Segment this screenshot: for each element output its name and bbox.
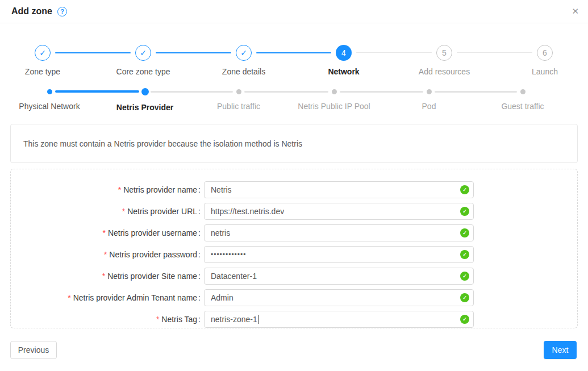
input-value: Netris: [211, 185, 232, 194]
modal-header: Add zone ? ✕: [0, 0, 588, 23]
netris-provider-admin-tenant-name-input[interactable]: Admin ✓: [204, 289, 474, 306]
valid-check-icon: ✓: [460, 207, 469, 216]
form-row: *Netris provider Site name: Datacenter-1…: [11, 268, 577, 285]
substep-label: Public traffic: [190, 102, 287, 111]
previous-button[interactable]: Previous: [10, 341, 57, 359]
substep-netris-provider: Netris Provider: [97, 85, 193, 112]
substep-dot: [141, 88, 149, 95]
netris-provider-username-input[interactable]: netris ✓: [204, 224, 474, 241]
required-mark: *: [102, 272, 105, 281]
field-label: *Netris provider Site name:: [11, 272, 201, 281]
step-connector: [457, 52, 532, 53]
substep-connector: [244, 91, 328, 93]
form-row: *Netris provider URL: https://test.netri…: [11, 203, 577, 220]
substep-connector: [55, 90, 139, 93]
text-cursor: [258, 315, 258, 324]
substep-label: Netris Public IP Pool: [286, 102, 382, 111]
check-circle-icon: ✓: [135, 45, 151, 61]
substep-connector: [340, 91, 423, 93]
form-row: *Netris Tag: netris-zone-1 ✓: [11, 311, 577, 328]
form-row: *Netris provider Admin Tenant name: Admi…: [11, 289, 577, 306]
step-connector: [356, 52, 432, 53]
substep-dot: [427, 89, 432, 94]
step-label: Zone type: [0, 67, 88, 76]
substep-netris-public-ip-pool: Netris Public IP Pool: [286, 85, 382, 111]
substep-dot: [332, 89, 337, 94]
step-label: Launch: [499, 67, 588, 76]
field-label: *Netris provider Admin Tenant name:: [11, 293, 201, 302]
close-icon[interactable]: ✕: [572, 6, 579, 16]
substep-label: Netris Provider: [97, 103, 193, 112]
required-mark: *: [102, 228, 105, 237]
page-title: Add zone: [11, 6, 52, 16]
substep-dot: [520, 89, 526, 94]
substep-guest-traffic: Guest traffic: [474, 85, 571, 111]
netris-provider-site-name-input[interactable]: Datacenter-1 ✓: [204, 268, 474, 285]
step-zone-type: ✓ Zone type: [0, 45, 88, 76]
input-value: Datacenter-1: [211, 272, 257, 281]
substep-label: Physical Network: [1, 102, 98, 111]
netris-provider-form: *Netris provider name: Netris ✓ *Netris …: [10, 169, 578, 328]
valid-check-icon: ✓: [460, 185, 469, 194]
check-circle-icon: ✓: [236, 45, 252, 61]
required-mark: *: [118, 185, 121, 194]
step-connector: [156, 52, 231, 53]
valid-check-icon: ✓: [460, 315, 469, 324]
next-button[interactable]: Next: [544, 341, 577, 359]
substep-connector: [151, 91, 233, 93]
step-add-resources: 5 Add resources: [399, 45, 490, 76]
step-launch: 6 Launch: [499, 45, 588, 76]
valid-check-icon: ✓: [460, 228, 469, 237]
substep-physical-network: Physical Network: [1, 85, 98, 111]
field-label: *Netris provider name:: [11, 185, 201, 194]
required-mark: *: [104, 250, 107, 259]
step-zone-details: ✓ Zone details: [198, 45, 289, 76]
form-row: *Netris provider name: Netris ✓: [11, 181, 577, 198]
netris-provider-url-input[interactable]: https://test.netris.dev ✓: [204, 203, 474, 220]
substep-label: Pod: [381, 102, 477, 111]
input-value: netris: [211, 228, 230, 237]
step-label: Core zone type: [98, 67, 189, 76]
field-label: *Netris provider URL:: [11, 207, 201, 216]
step-network: 4 Network: [298, 45, 389, 76]
valid-check-icon: ✓: [460, 250, 469, 259]
netris-provider-name-input[interactable]: Netris ✓: [204, 181, 474, 198]
step-label: Zone details: [198, 67, 289, 76]
notice-banner: This zone must contain a Netris provider…: [10, 124, 578, 163]
valid-check-icon: ✓: [460, 293, 469, 302]
step-core-zone-type: ✓ Core zone type: [98, 45, 189, 76]
notice-text: This zone must contain a Netris provider…: [23, 139, 302, 148]
netris-provider-password-input[interactable]: •••••••••••• ✓: [204, 246, 474, 263]
required-mark: *: [156, 315, 159, 324]
step-number-icon: 6: [537, 45, 553, 61]
step-label: Network: [298, 67, 389, 76]
valid-check-icon: ✓: [460, 272, 469, 281]
form-row: *Netris provider username: netris ✓: [11, 224, 577, 241]
step-number-icon: 5: [436, 45, 452, 61]
form-row: *Netris provider password: •••••••••••• …: [11, 246, 577, 263]
step-number-icon: 4: [336, 45, 352, 61]
wizard-steps: ✓ Zone type ✓ Core zone type ✓ Zone deta…: [0, 45, 588, 85]
check-circle-icon: ✓: [35, 45, 51, 61]
field-label: *Netris provider password:: [11, 250, 201, 259]
step-connector: [55, 52, 131, 53]
field-label: *Netris provider username:: [11, 228, 201, 237]
input-value-masked: ••••••••••••: [211, 251, 246, 259]
substep-public-traffic: Public traffic: [190, 85, 287, 111]
substep-dot: [47, 89, 52, 94]
input-value: netris-zone-1: [211, 315, 257, 324]
add-zone-modal: Add zone ? ✕ ✓ Zone type ✓ Core zone typ…: [0, 0, 588, 371]
substep-connector: [435, 91, 517, 93]
input-value: Admin: [211, 293, 233, 302]
substep-dot: [236, 89, 241, 94]
substep-pod: Pod: [381, 85, 477, 111]
step-label: Add resources: [399, 67, 490, 76]
netris-tag-input[interactable]: netris-zone-1 ✓: [204, 311, 474, 328]
input-value: https://test.netris.dev: [211, 207, 284, 216]
field-label: *Netris Tag:: [11, 315, 201, 324]
substep-label: Guest traffic: [474, 102, 571, 111]
step-connector: [256, 52, 331, 53]
required-mark: *: [68, 293, 70, 302]
required-mark: *: [122, 207, 125, 216]
help-icon[interactable]: ?: [57, 7, 67, 16]
